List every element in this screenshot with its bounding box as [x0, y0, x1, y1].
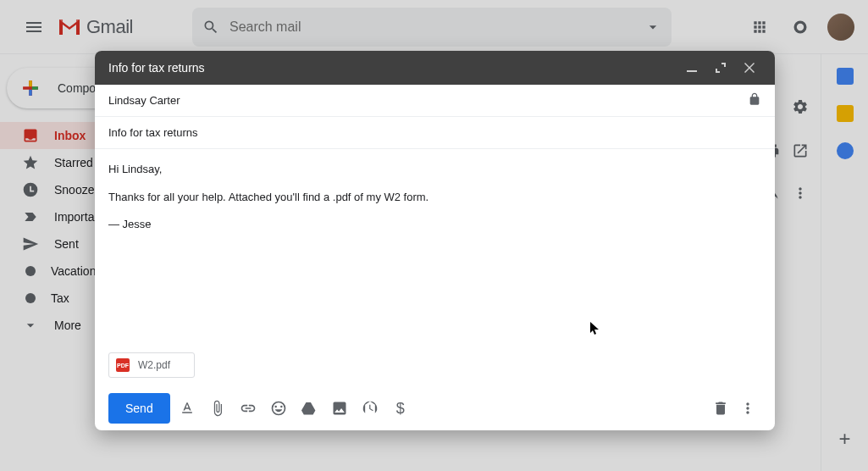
- body-line: Hi Lindsay,: [108, 159, 761, 180]
- expand-icon: [716, 63, 726, 73]
- confidential-button[interactable]: [357, 395, 384, 422]
- attachment-chip[interactable]: PDF W2.pdf: [108, 352, 195, 378]
- attach-button[interactable]: [204, 395, 231, 422]
- body-line: Thanks for all your help. Attached you'l…: [108, 187, 761, 208]
- compose-window: Info for tax returns Lindsay Carter Info…: [95, 51, 775, 430]
- drive-icon: [301, 400, 318, 417]
- minimize-icon: [687, 63, 697, 73]
- compose-toolbar: Send $: [95, 386, 775, 430]
- emoji-icon: [270, 400, 287, 417]
- paperclip-icon: [209, 400, 226, 417]
- trash-icon: [712, 400, 729, 417]
- minimize-button[interactable]: [680, 56, 704, 80]
- image-button[interactable]: [326, 395, 353, 422]
- lock-clock-icon: [362, 400, 379, 417]
- recipient-chip[interactable]: Lindsay Carter: [108, 94, 180, 107]
- fullscreen-button[interactable]: [709, 56, 733, 80]
- text-format-icon: [179, 400, 196, 417]
- pdf-icon: PDF: [116, 358, 130, 372]
- compose-body[interactable]: Hi Lindsay, Thanks for all your help. At…: [95, 149, 775, 352]
- compose-title: Info for tax returns: [108, 61, 205, 75]
- confidential-lock-icon[interactable]: [748, 92, 761, 108]
- svg-rect-2: [687, 70, 697, 72]
- attachments-row: PDF W2.pdf: [95, 352, 775, 386]
- discard-button[interactable]: [707, 395, 734, 422]
- attachment-name: W2.pdf: [138, 359, 170, 371]
- more-options-button[interactable]: [734, 395, 761, 422]
- body-signature: — Jesse: [108, 214, 761, 236]
- send-button[interactable]: Send: [108, 393, 170, 424]
- image-icon: [331, 400, 348, 417]
- money-button[interactable]: $: [387, 395, 414, 422]
- more-vert-icon: [739, 400, 756, 417]
- formatting-button[interactable]: [174, 395, 201, 422]
- subject-field[interactable]: Info for tax returns: [95, 117, 775, 149]
- dollar-icon: $: [396, 400, 405, 418]
- link-button[interactable]: [235, 395, 262, 422]
- recipients-field[interactable]: Lindsay Carter: [95, 85, 775, 117]
- close-button[interactable]: [738, 56, 761, 80]
- emoji-button[interactable]: [265, 395, 292, 422]
- compose-header[interactable]: Info for tax returns: [95, 51, 775, 85]
- subject-text: Info for tax returns: [108, 126, 198, 139]
- drive-button[interactable]: [296, 395, 323, 422]
- close-icon: [744, 63, 755, 73]
- link-icon: [240, 400, 257, 417]
